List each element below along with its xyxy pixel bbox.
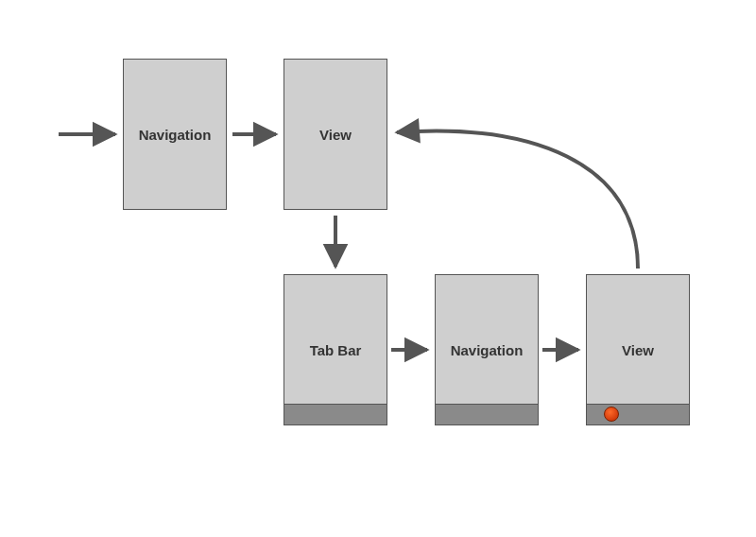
node-navigation-bottom: Navigation — [435, 274, 539, 425]
node-view-bottom: View — [586, 274, 690, 425]
node-navigation-top: Navigation — [123, 59, 227, 210]
node-label: View — [319, 127, 352, 143]
edge-view-bottom-to-view-top — [397, 131, 638, 268]
node-tabbar: Tab Bar — [284, 274, 387, 425]
node-view-top: View — [284, 59, 387, 210]
tabbar-strip — [436, 404, 538, 424]
tabbar-strip — [284, 404, 387, 424]
diagram-canvas: Navigation View Tab Bar Navigation View — [0, 0, 756, 537]
node-label: Navigation — [139, 127, 212, 143]
node-label: Tab Bar — [310, 342, 362, 358]
active-tab-dot-icon — [604, 407, 619, 422]
tabbar-strip — [587, 404, 689, 424]
node-label: Navigation — [451, 342, 524, 358]
node-label: View — [622, 342, 654, 358]
